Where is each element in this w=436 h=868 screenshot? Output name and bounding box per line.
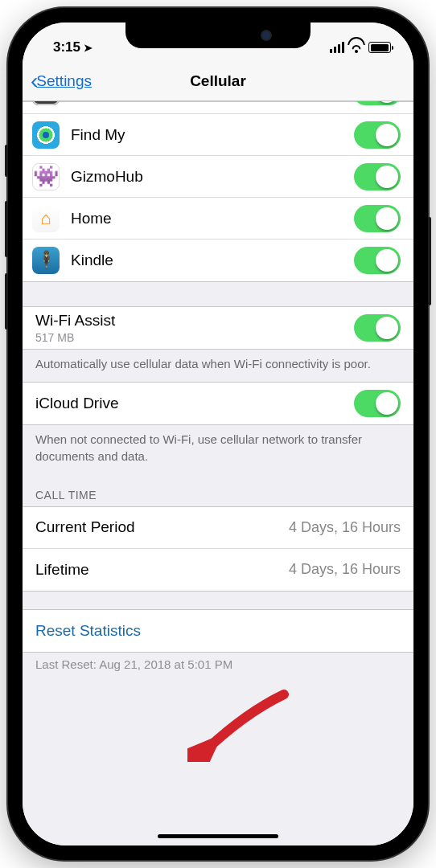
app-label: Find My <box>71 126 354 144</box>
status-time: 3:15 <box>53 39 80 55</box>
signal-icon <box>330 42 344 53</box>
toggle[interactable] <box>354 247 401 274</box>
lifetime-label: Lifetime <box>35 561 289 579</box>
wifi-assist-label: Wi-Fi Assist <box>35 312 354 330</box>
nav-bar: ‹ Settings Cellular <box>23 61 413 101</box>
reset-group: Reset Statistics <box>23 609 413 653</box>
app-icon <box>32 101 60 105</box>
list-item[interactable] <box>23 101 413 114</box>
app-toggle-group: Find My 👾 GizmoHub ⌂ Home 🕴 Kindle <box>23 101 413 282</box>
toggle[interactable] <box>354 205 401 232</box>
side-button <box>428 217 431 305</box>
list-item-gizmohub[interactable]: 👾 GizmoHub <box>23 156 413 198</box>
current-period-label: Current Period <box>35 518 289 536</box>
call-time-group: Current Period 4 Days, 16 Hours Lifetime… <box>23 506 413 592</box>
icloud-drive-group: iCloud Drive <box>23 382 413 425</box>
last-reset-label: Last Reset: Aug 21, 2018 at 5:01 PM <box>23 653 413 687</box>
settings-content[interactable]: Find My 👾 GizmoHub ⌂ Home 🕴 Kindle <box>23 101 413 845</box>
icloud-drive-row[interactable]: iCloud Drive <box>23 383 413 424</box>
wifi-assist-group: Wi-Fi Assist 517 MB <box>23 306 413 350</box>
toggle[interactable] <box>354 314 401 342</box>
toggle[interactable] <box>354 390 401 417</box>
reset-statistics-button[interactable]: Reset Statistics <box>23 610 413 652</box>
icloud-drive-label: iCloud Drive <box>35 395 354 412</box>
findmy-icon <box>32 121 60 149</box>
back-button[interactable]: ‹ Settings <box>31 70 92 92</box>
toggle[interactable] <box>354 163 401 190</box>
toggle[interactable] <box>354 121 401 149</box>
list-item-home[interactable]: ⌂ Home <box>23 198 413 240</box>
screen: 3:15 ➤ ‹ Settings Cellular <box>23 23 413 845</box>
home-icon: ⌂ <box>32 205 60 232</box>
list-item-findmy[interactable]: Find My <box>23 114 413 156</box>
current-period-row: Current Period 4 Days, 16 Hours <box>23 507 413 549</box>
lifetime-value: 4 Days, 16 Hours <box>289 561 401 578</box>
phone-frame: 3:15 ➤ ‹ Settings Cellular <box>8 8 428 860</box>
side-button <box>5 273 8 330</box>
app-label: GizmoHub <box>71 168 354 186</box>
lifetime-row: Lifetime 4 Days, 16 Hours <box>23 549 413 591</box>
wifi-icon <box>349 42 364 53</box>
back-label: Settings <box>36 72 92 90</box>
reset-label: Reset Statistics <box>35 622 401 640</box>
side-button <box>5 201 8 257</box>
home-indicator[interactable] <box>158 834 278 838</box>
app-label: Home <box>71 210 354 227</box>
gizmohub-icon: 👾 <box>32 163 60 190</box>
call-time-header: CALL TIME <box>23 474 413 506</box>
wifi-assist-footer: Automatically use cellular data when Wi-… <box>23 350 413 382</box>
toggle[interactable] <box>354 101 401 105</box>
side-button <box>5 145 8 177</box>
list-item-kindle[interactable]: 🕴 Kindle <box>23 240 413 281</box>
icloud-drive-footer: When not connected to Wi-Fi, use cellula… <box>23 425 413 474</box>
wifi-assist-sub: 517 MB <box>35 331 354 344</box>
camera-dot <box>262 31 270 39</box>
location-icon: ➤ <box>84 42 93 54</box>
notch <box>125 23 311 48</box>
current-period-value: 4 Days, 16 Hours <box>289 519 401 536</box>
kindle-icon: 🕴 <box>32 247 60 274</box>
battery-icon <box>368 42 391 53</box>
app-label: Kindle <box>71 252 354 269</box>
wifi-assist-row[interactable]: Wi-Fi Assist 517 MB <box>23 307 413 349</box>
